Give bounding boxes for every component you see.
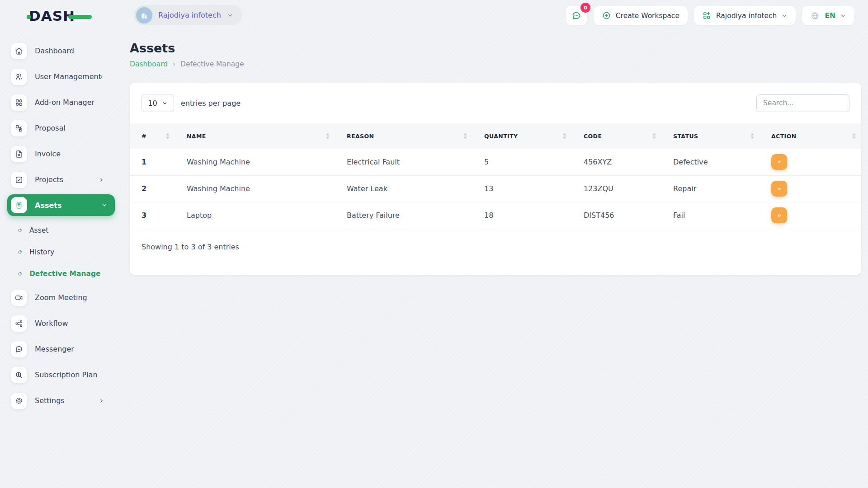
current-workspace-pill[interactable]: Rajodiya infotech <box>134 5 242 25</box>
sidebar-item-addon-manager[interactable]: Add-on Manager <box>0 89 118 115</box>
create-workspace-button[interactable]: Create Workspace <box>594 6 688 25</box>
cell-quantity: 18 <box>472 202 572 229</box>
document-icon <box>11 146 27 162</box>
submenu-item-history[interactable]: History <box>0 241 118 263</box>
sidebar-item-messenger[interactable]: Messenger <box>0 336 118 362</box>
column-header-name[interactable]: NAME <box>175 123 335 149</box>
table-row: 3 Laptop Battery Failure 18 DIST456 Fail <box>130 202 861 229</box>
cell-index: 1 <box>130 149 175 175</box>
submenu-item-defective-manage[interactable]: Defective Manage <box>0 263 118 285</box>
home-icon <box>11 43 27 59</box>
cell-reason: Battery Failure <box>335 202 472 229</box>
search-dollar-icon <box>11 367 27 383</box>
category-grid-icon <box>11 94 27 111</box>
column-header-action[interactable]: ACTION <box>760 123 861 149</box>
workspace-menu-button[interactable]: Rajodiya infotech <box>694 6 796 25</box>
chevron-down-icon <box>840 13 846 19</box>
search-input[interactable] <box>756 94 849 112</box>
play-icon <box>776 212 783 219</box>
table-row: 1 Washing Machine Electrical Fault 5 456… <box>130 149 861 175</box>
messenger-bubble-icon <box>11 341 27 357</box>
sidebar-item-assets[interactable]: Assets <box>7 194 115 216</box>
sidebar-item-user-management[interactable]: User Management <box>0 64 118 89</box>
brand-logo[interactable]: DASH <box>29 8 75 24</box>
share-network-icon <box>11 315 27 332</box>
row-action-button[interactable] <box>771 181 787 197</box>
column-label: NAME <box>187 133 206 140</box>
calculator-icon <box>11 197 27 213</box>
language-menu-button[interactable]: EN <box>802 6 854 25</box>
submenu-item-asset[interactable]: Asset <box>0 220 118 241</box>
breadcrumb-dashboard-link[interactable]: Dashboard <box>130 60 168 68</box>
bullet-icon <box>17 271 22 276</box>
sidebar-item-settings[interactable]: Settings <box>0 388 118 413</box>
workspace-grid-plus-icon <box>702 11 712 20</box>
sidebar-item-zoom-meeting[interactable]: Zoom Meeting <box>0 285 118 310</box>
sidebar-item-label: Assets <box>35 201 61 210</box>
users-icon <box>11 69 27 85</box>
cell-status: Fail <box>661 202 760 229</box>
sidebar-item-dashboard[interactable]: Dashboard <box>0 38 118 64</box>
column-header-reason[interactable]: REASON <box>335 123 472 149</box>
cell-reason: Electrical Fault <box>335 149 472 175</box>
chevron-down-icon <box>227 12 233 19</box>
topbar-actions: 0 Create Workspace Rajodiya infotech <box>566 6 854 25</box>
sort-icon <box>166 133 170 139</box>
cell-name: Washing Machine <box>175 149 335 175</box>
sidebar-item-label: Projects <box>35 175 63 184</box>
cell-reason: Water Leak <box>335 175 472 202</box>
sidebar-item-subscription-plan[interactable]: Subscription Plan <box>0 362 118 388</box>
workspace-menu-label: Rajodiya infotech <box>716 12 777 20</box>
swap-boxes-icon <box>11 120 27 136</box>
entries-per-page-value: 10 <box>148 99 157 108</box>
column-label: CODE <box>584 133 602 140</box>
column-label: ACTION <box>771 133 797 140</box>
cell-name: Washing Machine <box>175 175 335 202</box>
table-summary: Showing 1 to 3 of 3 entries <box>130 229 861 251</box>
cell-code: 123ZQU <box>572 175 661 202</box>
cell-index: 3 <box>130 202 175 229</box>
datatable-card: 10 entries per page # NAME <box>130 83 861 275</box>
column-label: REASON <box>347 133 374 140</box>
sidebar-item-label: Dashboard <box>35 47 74 55</box>
row-action-button[interactable] <box>771 154 787 170</box>
breadcrumb-separator-icon: › <box>173 60 175 68</box>
row-action-button[interactable] <box>771 207 787 223</box>
chevron-right-icon <box>99 398 104 404</box>
table-row: 2 Washing Machine Water Leak 13 123ZQU R… <box>130 175 861 202</box>
column-label: STATUS <box>673 133 698 140</box>
sidebar-item-label: Zoom Meeting <box>35 293 87 302</box>
sidebar-item-proposal[interactable]: Proposal <box>0 115 118 141</box>
cell-quantity: 13 <box>472 175 572 202</box>
column-header-code[interactable]: CODE <box>572 123 661 149</box>
play-icon <box>776 158 783 165</box>
column-header-quantity[interactable]: QUANTITY <box>472 123 572 149</box>
chevron-right-icon <box>99 74 104 80</box>
entries-per-page-label: entries per page <box>181 99 241 108</box>
notifications-button[interactable]: 0 <box>566 6 587 25</box>
chevron-right-icon <box>99 177 104 183</box>
sidebar-item-invoice[interactable]: Invoice <box>0 141 118 167</box>
plus-circle-icon <box>602 11 611 20</box>
sidebar-item-workflow[interactable]: Workflow <box>0 310 118 336</box>
entries-per-page-select[interactable]: 10 <box>142 94 174 112</box>
cell-status: Repair <box>661 175 760 202</box>
sidebar: Dashboard User Management Add-on Manager <box>0 38 118 413</box>
sidebar-item-label: Proposal <box>35 124 66 132</box>
cell-name: Laptop <box>175 202 335 229</box>
column-header-index[interactable]: # <box>130 123 175 149</box>
sidebar-item-projects[interactable]: Projects <box>0 167 118 192</box>
chat-bubble-icon <box>571 10 582 21</box>
column-header-status[interactable]: STATUS <box>661 123 760 149</box>
page-title: Assets <box>130 41 861 56</box>
cell-status: Defective <box>661 149 760 175</box>
building-icon <box>140 11 149 20</box>
create-workspace-label: Create Workspace <box>616 12 679 20</box>
checkbox-icon <box>11 172 27 188</box>
breadcrumb: Dashboard › Defective Manage <box>130 60 861 68</box>
sidebar-item-label: Add-on Manager <box>35 98 94 107</box>
gear-icon <box>11 393 27 409</box>
submenu-item-label: Asset <box>29 226 48 235</box>
logo-dot-icon <box>27 15 31 19</box>
workspace-name: Rajodiya infotech <box>158 11 221 19</box>
